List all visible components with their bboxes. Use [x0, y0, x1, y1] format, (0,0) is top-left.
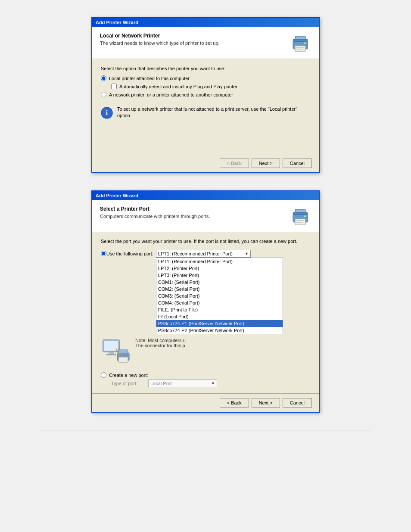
dialog1-next-button[interactable]: Next >	[252, 159, 280, 168]
dialog1-content: Select the option that describes the pri…	[92, 59, 319, 154]
port-item-com1[interactable]: COM1: (Serial Port)	[156, 279, 283, 286]
info-circle-icon: i	[101, 107, 113, 119]
dialog1-header-text: Local or Network Printer The wizard need…	[100, 33, 220, 46]
printer-computer-image	[101, 338, 131, 369]
use-port-radio-area[interactable]: Use the following port:	[101, 251, 156, 256]
dialog2-title: Add Printer Wizard	[96, 193, 138, 198]
dialog2-cancel-button[interactable]: Cancel	[283, 398, 312, 408]
svg-rect-13	[296, 222, 302, 223]
port-type-value: Local Port	[150, 381, 172, 386]
svg-rect-22	[118, 357, 128, 362]
dialog1-subheading: The wizard needs to know which type of p…	[100, 40, 220, 46]
dialog1-cancel-button[interactable]: Cancel	[283, 159, 312, 168]
dialog1-back-button[interactable]: < Back	[220, 159, 249, 168]
dialog1-add-printer-wizard: Add Printer Wizard Local or Network Prin…	[91, 17, 320, 173]
dialog2-next-button[interactable]: Next >	[252, 398, 280, 408]
port-item-file[interactable]: FILE: (Print to File)	[156, 306, 283, 313]
use-port-radio[interactable]	[101, 251, 106, 256]
port-type-select[interactable]: Local Port ▼	[148, 380, 217, 387]
svg-rect-4	[296, 49, 302, 50]
port-type-arrow-icon: ▼	[211, 381, 215, 386]
dialog2-titlebar: Add Printer Wizard	[92, 191, 319, 200]
info-icon: i	[101, 107, 113, 119]
port-item-com3[interactable]: COM3: (Serial Port)	[156, 292, 283, 299]
svg-rect-3	[296, 47, 304, 48]
dialog2-content: Select the port you want your printer to…	[92, 232, 319, 393]
svg-point-5	[304, 42, 306, 44]
dialog1-header: Local or Network Printer The wizard need…	[92, 27, 319, 59]
svg-rect-19	[106, 354, 116, 355]
use-port-row: Use the following port: LPT1: (Recommend…	[101, 250, 310, 334]
port-description: Select the port you want your printer to…	[101, 238, 310, 245]
port-item-com4[interactable]: COM4: (Serial Port)	[156, 299, 283, 306]
svg-rect-6	[293, 39, 308, 41]
port-dropdown-area: LPT1: (Recommended Printer Port) ▼ LPT1:…	[156, 250, 310, 334]
local-printer-radio[interactable]	[101, 75, 106, 81]
dialog2-header: Select a Printer Port Computers communic…	[92, 200, 319, 232]
create-port-row[interactable]: Create a new port:	[101, 372, 310, 378]
info-box: i To set up a network printer that is no…	[101, 106, 310, 119]
auto-detect-label: Automatically detect and install my Plug…	[119, 84, 237, 89]
dialog1-footer: < Back Next > Cancel	[92, 154, 319, 172]
dialog2-header-text: Select a Printer Port Computers communic…	[100, 206, 210, 219]
dialog1-body: Local or Network Printer The wizard need…	[92, 27, 319, 172]
dialog1-heading: Local or Network Printer	[100, 33, 220, 39]
info-text: To set up a network printer that is not …	[117, 106, 310, 119]
svg-point-14	[304, 215, 306, 217]
printer-computer-svg	[101, 338, 131, 368]
create-port-radio[interactable]	[101, 372, 106, 378]
printer-icon-2	[290, 206, 311, 227]
port-note2: The connector for this p	[135, 343, 186, 348]
dialog2-add-printer-wizard: Add Printer Wizard Select a Printer Port…	[91, 190, 320, 413]
port-item-com2[interactable]: COM2: (Serial Port)	[156, 286, 283, 292]
printer-icon-1	[290, 33, 311, 54]
svg-rect-12	[296, 220, 304, 221]
printer-icon-svg-2	[290, 206, 311, 227]
port-item-ps1[interactable]: PS8cb724-P1 (PrintServer Network Port)	[156, 320, 283, 327]
port-item-lpt2[interactable]: LPT2: (Printer Port)	[156, 265, 283, 272]
svg-text:i: i	[106, 109, 108, 116]
dropdown-arrow-icon: ▼	[245, 252, 249, 256]
network-printer-radio[interactable]	[101, 92, 106, 97]
port-item-lpt3[interactable]: LPT3: (Printer Port)	[156, 272, 283, 279]
port-type-row: Type of port: Local Port ▼	[111, 380, 310, 387]
local-printer-label: Local printer attached to this computer	[109, 76, 190, 81]
network-printer-option[interactable]: A network printer, or a printer attached…	[101, 92, 310, 97]
dialog1-title: Add Printer Wizard	[96, 20, 138, 25]
dialog2-subheading: Computers communicate with printers thro…	[100, 214, 210, 219]
page-divider	[41, 430, 370, 430]
auto-detect-option[interactable]: Automatically detect and install my Plug…	[111, 84, 310, 89]
dialog1-prompt: Select the option that describes the pri…	[101, 66, 310, 71]
port-selected-value: LPT1: (Recommended Printer Port)	[158, 251, 233, 256]
local-printer-option[interactable]: Local printer attached to this computer	[101, 75, 310, 81]
auto-detect-checkbox[interactable]	[111, 84, 117, 89]
svg-rect-15	[293, 212, 308, 215]
printer-icon-svg-1	[290, 33, 311, 54]
port-note1: Note: Most computers u	[135, 338, 186, 343]
dialog2-back-button[interactable]: < Back	[220, 398, 249, 408]
dialog2-footer: < Back Next > Cancel	[92, 393, 319, 412]
port-item-ir[interactable]: IR (Local Port)	[156, 313, 283, 320]
dialog1-titlebar: Add Printer Wizard	[92, 18, 319, 27]
port-list: LPT1: (Recommended Printer Port) LPT2: (…	[156, 258, 283, 334]
dialog2-body: Select a Printer Port Computers communic…	[92, 200, 319, 412]
svg-rect-18	[109, 352, 114, 354]
port-item-lpt1[interactable]: LPT1: (Recommended Printer Port)	[156, 258, 283, 265]
port-dropdown-header[interactable]: LPT1: (Recommended Printer Port) ▼	[156, 250, 251, 258]
use-port-label: Use the following port:	[106, 251, 153, 256]
network-printer-label: A network printer, or a printer attached…	[109, 92, 233, 97]
port-notes: Note: Most computers u The connector for…	[135, 338, 186, 369]
create-port-label: Create a new port:	[109, 373, 148, 378]
port-item-ps2[interactable]: PS8cb724-P2 (PrintServer Network Port)	[156, 327, 283, 334]
port-middle-section: Note: Most computers u The connector for…	[101, 338, 310, 369]
port-type-label: Type of port:	[111, 381, 146, 386]
dialog2-heading: Select a Printer Port	[100, 206, 210, 212]
